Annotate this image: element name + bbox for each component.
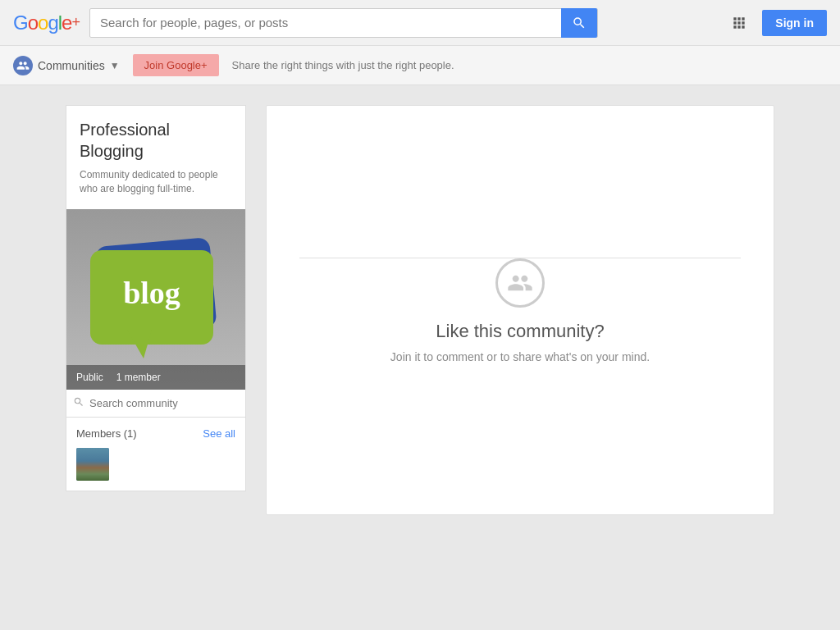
community-image: blog Public 1 member xyxy=(66,209,246,390)
bubble-tail xyxy=(127,330,152,358)
like-community-desc: Join it to comment or to share what's on… xyxy=(390,350,650,363)
see-all-link[interactable]: See all xyxy=(203,427,235,440)
bubble-blog-text: blog xyxy=(123,275,180,311)
right-content-panel: Like this community? Join it to comment … xyxy=(266,105,774,515)
logo-letter-o1: o xyxy=(28,11,38,34)
chevron-down-icon: ▼ xyxy=(110,60,120,71)
community-like-icon xyxy=(495,258,545,308)
community-footer: Public 1 member xyxy=(66,365,245,390)
community-info: Professional Blogging Community dedicate… xyxy=(66,105,246,209)
logo-letter-e: e xyxy=(62,11,71,34)
sub-header: Communities ▼ Join Google+ Share the rig… xyxy=(0,46,840,85)
logo-letter-g: G xyxy=(13,11,28,34)
blog-bubble-illustration: blog xyxy=(82,234,230,365)
community-description: Community dedicated to people who are bl… xyxy=(80,168,232,196)
community-name: Professional Blogging xyxy=(80,119,232,162)
avatar-image xyxy=(76,448,109,481)
join-gplus-button[interactable]: Join Google+ xyxy=(133,54,219,76)
header-right: Sign in xyxy=(726,10,827,36)
search-button[interactable] xyxy=(561,8,597,38)
communities-label: Communities xyxy=(38,59,105,72)
like-community-title: Like this community? xyxy=(436,321,604,342)
bubble-main: blog xyxy=(90,250,213,345)
logo: Google+ xyxy=(13,11,80,34)
members-header: Members (1) See all xyxy=(76,427,235,440)
sub-header-tagline: Share the right things with just the rig… xyxy=(232,59,454,71)
main-content: Professional Blogging Community dedicate… xyxy=(0,85,840,535)
search-community-icon xyxy=(73,396,84,410)
public-label: Public xyxy=(76,372,103,383)
header: Google+ Sign in xyxy=(0,0,840,46)
search-input[interactable] xyxy=(90,16,561,30)
search-community-box xyxy=(66,390,246,418)
communities-nav[interactable]: Communities ▼ xyxy=(13,56,120,75)
member-count: 1 member xyxy=(116,372,161,383)
sign-in-button[interactable]: Sign in xyxy=(762,10,827,36)
community-card: Professional Blogging Community dedicate… xyxy=(66,105,246,515)
logo-letter-o2: o xyxy=(38,11,48,34)
search-bar xyxy=(89,8,598,38)
members-title: Members (1) xyxy=(76,427,137,440)
communities-icon xyxy=(13,56,33,75)
search-icon xyxy=(572,16,587,30)
logo-plus: + xyxy=(71,14,80,31)
apps-icon[interactable] xyxy=(726,10,752,36)
logo-letter-g2: g xyxy=(48,11,57,34)
members-section: Members (1) See all xyxy=(66,418,246,491)
member-avatar[interactable] xyxy=(76,448,109,481)
community-search-input[interactable] xyxy=(89,397,239,409)
